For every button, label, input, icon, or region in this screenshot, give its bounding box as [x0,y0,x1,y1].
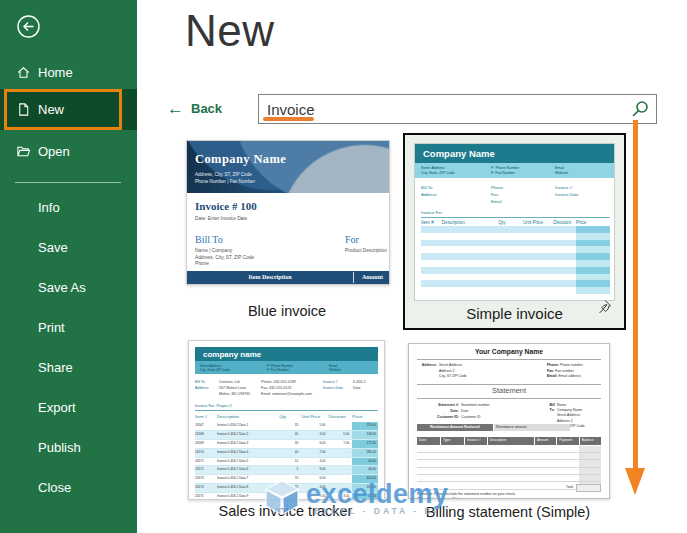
table-row: 24569Invoice 0-456-2 Data 3306.007.00175… [195,440,378,449]
invoice-table-bar: Item Description Amount [187,271,389,284]
table-body [421,226,610,294]
back-circle-button[interactable] [16,14,41,39]
column-header: Qty [498,220,523,225]
column-header: Item # [421,220,442,225]
terms-text: Terms: Balance due in 30 days [417,497,465,500]
sidebar-divider [15,182,121,183]
template-caption-simple-invoice: Simple invoice [405,305,624,322]
table-row [421,233,610,240]
table-row: 24572Invoice 0-456-2 Data 658.00-40.00 [195,466,378,475]
home-icon [16,65,31,80]
table-row [421,287,610,294]
sidebar-item-export[interactable]: Export [38,396,76,420]
template-simple-invoice-selected[interactable]: Company Name Street AddressCity, State, … [403,133,626,330]
back-arrow-icon: ← [167,100,184,117]
sidebar-item-label: Open [38,144,70,159]
address-block: Address: Street Address Address 2 City, … [439,363,467,380]
sidebar-item-close[interactable]: Close [38,476,71,500]
table-row [421,274,610,281]
table-row: 24574Invoice 0-456-2 Data 8254.00-100.00 [195,484,378,493]
column-header: Amount [535,437,556,445]
invoice-for-label: Invoice For: Project 2 [195,403,232,408]
table-row [417,446,601,453]
total-cell [576,484,601,492]
preview-header: company name [195,347,378,361]
template-search-box [258,94,657,124]
pin-icon[interactable] [595,298,613,320]
search-icon[interactable] [629,99,650,124]
simple-invoice-preview: Company Name Street AddressCity, State, … [414,143,615,301]
table-row [417,460,601,467]
table-row [421,260,610,267]
scroll-down-arrow-annotation [633,120,638,470]
sidebar-item-save[interactable]: Save [38,236,68,260]
table-row: 24570Invoice 0-456-2 Data 4407.00-280.00 [195,449,378,458]
column-header: Unit Price [301,414,328,419]
search-input[interactable] [259,95,627,123]
column-header: Price [576,220,610,225]
template-sales-invoice-tracker[interactable]: company name Street AddressCity, State Z… [188,340,385,500]
column-header: Date [417,437,440,445]
column-header: Payment [557,437,578,445]
table-row: 24575Invoice 0-456-2 Data 957.003.0052.0… [195,493,378,500]
template-caption-sales-invoice-tracker: Sales invoice tracker [188,503,383,519]
back-link-label: Back [191,101,222,116]
company-address: Address, City, ST, ZIP Code [195,172,252,177]
template-blue-invoice[interactable]: Company Name Address, City, ST, ZIP Code… [186,140,390,285]
sidebar-item-publish[interactable]: Publish [38,436,81,460]
template-caption-billing-statement: Billing statement (Simple) [408,504,608,520]
sidebar-item-new[interactable]: New [0,89,137,130]
remittance-label: Remittance Amount Enclosed [417,424,493,431]
sidebar-item-info[interactable]: Info [38,196,60,220]
reminder-text: Reminder: Please include the statement n… [417,492,516,496]
template-caption-blue-invoice: Blue invoice [186,303,388,319]
bill-to-lines: Name | Company Address, City, ST, ZIP Co… [195,248,254,268]
sidebar-item-label: New [38,102,64,117]
page-title: New [185,6,275,56]
column-header: Item # [195,414,217,419]
statement-heading: Statement [409,386,609,395]
total-label: Total [566,485,573,489]
column-header: Description [217,414,279,419]
invoice-for-label: Invoice For: [421,210,443,215]
table-row [421,253,610,260]
search-back-link[interactable]: ← Back [167,100,222,117]
company-phone: Phone Number | Fax Number [195,179,255,184]
company-name: company name [203,350,261,359]
table-row [421,267,610,274]
table-row [421,240,610,247]
table-row [421,280,610,287]
blue-invoice-header-image: Company Name Address, City, ST, ZIP Code… [187,141,389,193]
sidebar-item-open[interactable]: Open [0,134,137,168]
table-row: 24568Invoice 0-456-2 Data 2404.005.00156… [195,431,378,440]
bill-to-label: Bill To [195,234,223,245]
table-body [417,446,601,490]
column-header: Invoice # [465,437,486,445]
sidebar-item-label: Home [38,65,73,80]
sidebar-item-print[interactable]: Print [38,316,65,340]
table-row [421,226,610,233]
sidebar-item-home[interactable]: Home [0,55,137,89]
column-header: Description [442,220,499,225]
column-header: Discount [553,220,576,225]
backstage-sidebar: Home New Open Info Save Save As Print Sh… [0,0,137,533]
column-header: Discount [329,414,353,419]
table-row [417,482,601,489]
table-row: 24573Invoice 0-456-2 Data 7706.00-420.00 [195,475,378,484]
table-row [421,246,610,253]
sidebar-item-save-as[interactable]: Save As [38,276,86,300]
sidebar-item-share[interactable]: Share [38,356,73,380]
open-folder-icon [16,144,31,159]
column-header: Price [352,414,378,419]
for-label: For [345,234,359,245]
invoice-number: Invoice # 100 [195,200,257,212]
column-header: Unit Price [523,220,553,225]
template-billing-statement[interactable]: Your Company Name Address: Street Addres… [408,343,610,499]
preview-contact-band: Street AddressCity, State ZIP Code P: Ph… [195,361,378,374]
column-header: Balance [580,437,601,445]
for-line: Product Description [345,248,389,253]
preview-contact-band: Street AddressCity, State, ZIP Code P: P… [415,163,614,178]
scroll-down-arrowhead-annotation [625,468,645,495]
company-name: Company Name [195,152,286,167]
table-row: 24567Invoice 0-456-2 Data 1355.00-195.00 [195,422,378,431]
